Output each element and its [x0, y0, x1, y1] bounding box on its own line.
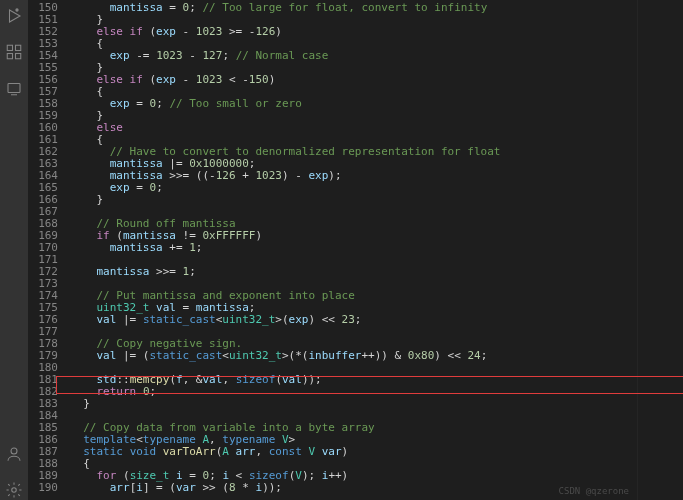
account-icon[interactable] [4, 444, 24, 464]
svg-point-8 [11, 448, 17, 454]
code-content[interactable]: mantissa = 0; // Too large for float, co… [70, 0, 637, 500]
line-gutter: 1501511521531541551561571581591601611621… [28, 0, 70, 500]
svg-rect-6 [8, 84, 20, 93]
settings-icon[interactable] [4, 480, 24, 500]
svg-rect-4 [7, 54, 12, 59]
svg-point-1 [16, 9, 18, 11]
activity-bar [0, 0, 28, 500]
svg-rect-2 [7, 45, 12, 50]
svg-rect-3 [16, 45, 21, 50]
run-icon[interactable] [4, 6, 24, 26]
extensions-icon[interactable] [4, 42, 24, 62]
minimap[interactable] [637, 0, 683, 500]
code-editor[interactable]: 1501511521531541551561571581591601611621… [28, 0, 683, 500]
svg-marker-0 [10, 10, 21, 22]
remote-icon[interactable] [4, 78, 24, 98]
svg-point-9 [12, 488, 17, 493]
svg-rect-5 [16, 54, 21, 59]
watermark: CSDN @qzerone [559, 486, 629, 496]
